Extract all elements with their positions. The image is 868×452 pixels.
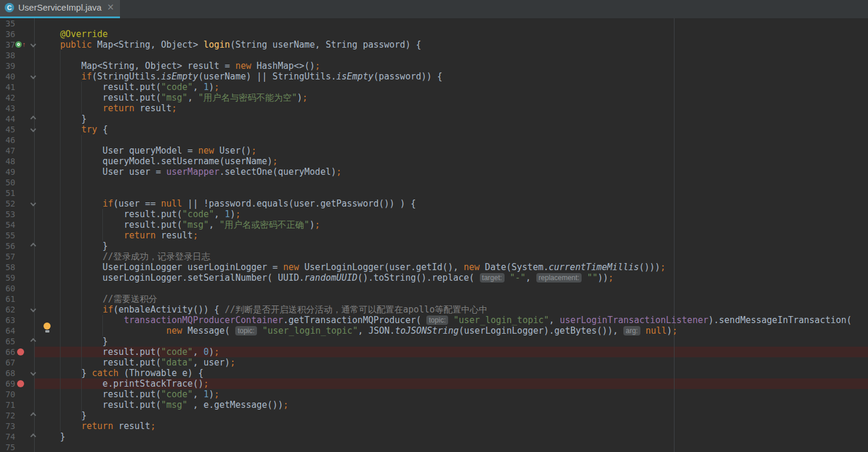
gutter-separator <box>34 18 35 452</box>
line-number[interactable]: 75 <box>0 442 15 452</box>
code-token: result.put( <box>39 357 161 368</box>
line-number[interactable]: 52 <box>0 198 15 209</box>
tab-close-icon[interactable]: × <box>107 3 115 12</box>
code-line[interactable]: e.printStackTrace(); <box>39 378 209 389</box>
code-editor[interactable]: https://blog.csdn.net/prestigeding 3536 … <box>0 18 868 452</box>
code-line[interactable]: if(user == null || !password.equals(user… <box>39 198 416 209</box>
code-line[interactable]: } catch (Throwable e) { <box>39 368 203 378</box>
code-line[interactable]: } <box>39 336 108 347</box>
code-line[interactable]: } <box>39 241 108 251</box>
line-number[interactable]: 54 <box>0 220 15 230</box>
code-token: "code" <box>161 347 193 357</box>
line-number[interactable]: 59 <box>0 272 15 283</box>
code-line[interactable]: queryModel.setUsername(userName); <box>39 156 278 167</box>
fold-expanded-icon[interactable] <box>31 201 36 207</box>
code-line[interactable]: return result; <box>39 103 177 114</box>
line-number[interactable]: 35 <box>0 18 15 29</box>
line-number[interactable]: 42 <box>0 92 15 103</box>
code-token: ; <box>230 357 235 368</box>
line-number[interactable]: 70 <box>0 389 15 400</box>
line-number[interactable]: 74 <box>0 431 15 442</box>
code-line[interactable]: } <box>39 431 65 442</box>
code-line[interactable]: result.put("data", user); <box>39 357 235 368</box>
line-number[interactable]: 69 <box>0 378 15 389</box>
fold-end-icon[interactable] <box>31 413 36 418</box>
line-number[interactable]: 38 <box>0 50 15 61</box>
code-token: ; <box>315 220 320 230</box>
line-number[interactable]: 63 <box>0 315 15 325</box>
line-number[interactable]: 43 <box>0 103 15 114</box>
line-number[interactable]: 61 <box>0 294 15 304</box>
breakpoint-icon[interactable] <box>17 380 24 387</box>
fold-expanded-icon[interactable] <box>31 370 36 376</box>
fold-expanded-icon[interactable] <box>31 127 36 132</box>
line-number[interactable]: 58 <box>0 262 15 272</box>
code-line[interactable]: return result; <box>39 421 156 431</box>
line-number[interactable]: 60 <box>0 283 15 294</box>
code-line[interactable]: result.put("code", 1); <box>39 209 241 220</box>
code-line[interactable]: result.put("msg", "用户名或密码不正确"); <box>39 220 320 230</box>
fold-expanded-icon[interactable] <box>31 42 36 48</box>
code-line[interactable]: userLoginLogger.setSerialNumber( UUID.ra… <box>39 272 613 283</box>
line-number[interactable]: 66 <box>0 347 15 357</box>
line-number[interactable]: 53 <box>0 209 15 220</box>
fold-end-icon[interactable] <box>31 434 36 440</box>
line-number[interactable]: 51 <box>0 188 15 198</box>
line-number[interactable]: 46 <box>0 135 15 145</box>
line-number[interactable]: 72 <box>0 410 15 421</box>
line-number[interactable]: 40 <box>0 71 15 82</box>
line-number[interactable]: 73 <box>0 421 15 431</box>
code-line[interactable]: result.put("msg" , e.getMessage()); <box>39 400 288 410</box>
code-line[interactable]: //需要送积分 <box>39 294 157 304</box>
fold-end-icon[interactable] <box>31 116 36 122</box>
line-number[interactable]: 65 <box>0 336 15 347</box>
code-line[interactable]: if(StringUtils.isEmpty(userName) || Stri… <box>39 71 442 82</box>
code-line[interactable]: result.put("code", 1); <box>39 389 219 400</box>
line-number[interactable]: 67 <box>0 357 15 368</box>
code-line[interactable]: transactionMQProducerContainer.getTransa… <box>39 315 852 325</box>
code-line[interactable]: public Map<String, Object> login(String … <box>39 39 421 50</box>
code-token: toJSONString <box>395 325 459 336</box>
code-line[interactable]: User queryModel = new User(); <box>39 145 256 156</box>
line-number[interactable]: 71 <box>0 400 15 410</box>
fold-expanded-icon[interactable] <box>31 74 36 79</box>
line-number[interactable]: 47 <box>0 145 15 156</box>
code-line[interactable]: if(enbaleActivity()) { //判断是否开启送积分活动，通常可… <box>39 304 488 315</box>
line-number[interactable]: 44 <box>0 114 15 124</box>
intention-bulb-icon[interactable] <box>44 323 51 333</box>
code-line[interactable]: new Message( topic: "user_login_topic", … <box>39 325 677 336</box>
code-line[interactable]: Map<String, Object> result = new HashMap… <box>39 61 321 71</box>
code-line[interactable]: try { <box>39 124 108 135</box>
line-number[interactable]: 62 <box>0 304 15 315</box>
line-number[interactable]: 56 <box>0 241 15 251</box>
fold-expanded-icon[interactable] <box>31 307 36 313</box>
code-line[interactable]: User user = userMapper.selectOne(queryMo… <box>39 167 342 177</box>
override-method-icon[interactable]: o↑ <box>15 41 26 48</box>
line-number[interactable]: 64 <box>0 325 15 336</box>
code-line[interactable]: } <box>39 410 86 421</box>
line-number[interactable]: 36 <box>0 29 15 39</box>
code-line[interactable]: UserLoginLogger userLoginLogger = new Us… <box>39 262 666 272</box>
line-number[interactable]: 45 <box>0 124 15 135</box>
fold-end-icon[interactable] <box>31 338 36 344</box>
line-number[interactable]: 55 <box>0 230 15 241</box>
line-number[interactable]: 39 <box>0 61 15 71</box>
code-line[interactable]: @Override <box>39 29 108 39</box>
code-line[interactable]: } <box>39 114 86 124</box>
line-number[interactable]: 41 <box>0 82 15 92</box>
line-number[interactable]: 49 <box>0 167 15 177</box>
line-number[interactable]: 50 <box>0 177 15 188</box>
breakpoint-icon[interactable] <box>17 348 24 355</box>
line-number[interactable]: 37 <box>0 39 15 50</box>
code-line[interactable]: result.put("msg", "用户名与密码不能为空"); <box>39 92 308 103</box>
line-number[interactable]: 48 <box>0 156 15 167</box>
line-number[interactable]: 57 <box>0 251 15 262</box>
code-line[interactable]: return result; <box>39 230 198 241</box>
code-line[interactable]: result.put("code", 1); <box>39 82 219 92</box>
tab-userserviceimpl-java[interactable]: C UserServiceImpl.java × <box>0 0 120 18</box>
code-line[interactable]: result.put("code", 0); <box>39 347 219 357</box>
code-line[interactable]: //登录成功，记录登录日志 <box>39 251 210 262</box>
fold-end-icon[interactable] <box>31 243 36 249</box>
code-token: ) <box>297 92 302 103</box>
line-number[interactable]: 68 <box>0 368 15 378</box>
